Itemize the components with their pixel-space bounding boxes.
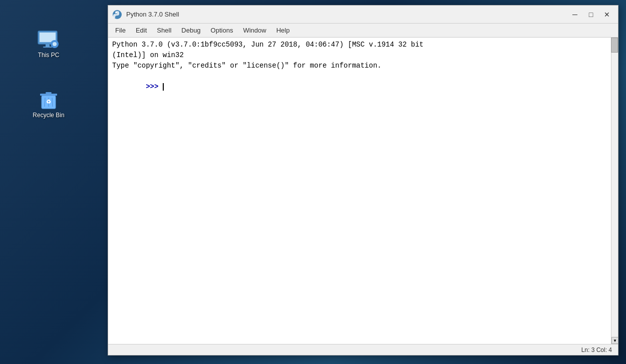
desktop-icon-this-pc[interactable]: This PC xyxy=(29,28,69,61)
scrollbar-arrow-down[interactable]: ▼ xyxy=(611,337,618,344)
this-pc-icon xyxy=(37,30,61,50)
this-pc-label: This PC xyxy=(38,52,60,59)
menu-window[interactable]: Window xyxy=(238,25,271,36)
menu-debug[interactable]: Debug xyxy=(176,25,205,36)
scrollbar-thumb[interactable] xyxy=(611,38,618,53)
menu-file[interactable]: File xyxy=(110,25,131,36)
scrollbar[interactable]: ▲ ▼ xyxy=(611,38,618,344)
recycle-bin-label: Recycle Bin xyxy=(33,112,64,119)
python-shell-window: Python 3.7.0 Shell ─ □ ✕ File Edit Shell… xyxy=(108,5,618,355)
shell-line-3: Type "copyright", "credits" or "license(… xyxy=(112,61,609,71)
svg-rect-3 xyxy=(43,47,52,48)
svg-line-14 xyxy=(45,98,45,107)
desktop-icon-recycle-bin[interactable]: ♻ Recycle Bin xyxy=(29,88,69,121)
svg-rect-6 xyxy=(54,40,55,42)
svg-text:♻: ♻ xyxy=(46,99,51,105)
status-text: Ln: 3 Col: 4 xyxy=(581,346,612,353)
svg-rect-2 xyxy=(46,44,50,47)
svg-rect-8 xyxy=(51,44,53,45)
svg-rect-7 xyxy=(54,46,55,48)
svg-rect-12 xyxy=(40,94,57,96)
title-bar: Python 3.7.0 Shell ─ □ ✕ xyxy=(108,6,618,24)
title-bar-controls: ─ □ ✕ xyxy=(568,9,614,21)
svg-point-5 xyxy=(53,42,57,46)
window-title: Python 3.7.0 Shell xyxy=(126,11,179,18)
menu-options[interactable]: Options xyxy=(206,25,238,36)
shell-line-2: (Intel)] on win32 xyxy=(112,50,609,61)
status-bar: Ln: 3 Col: 4 xyxy=(108,344,618,355)
maximize-button[interactable]: □ xyxy=(584,9,598,21)
menu-bar: File Edit Shell Debug Options Window Hel… xyxy=(108,24,618,38)
menu-edit[interactable]: Edit xyxy=(131,25,152,36)
menu-shell[interactable]: Shell xyxy=(152,25,176,36)
svg-line-16 xyxy=(52,98,53,107)
recycle-bin-icon: ♻ xyxy=(37,90,61,110)
menu-help[interactable]: Help xyxy=(271,25,295,36)
shell-content[interactable]: Python 3.7.0 (v3.7.0:1bf9cc5093, Jun 27 … xyxy=(108,38,618,344)
svg-rect-13 xyxy=(46,92,52,94)
shell-prompt-line[interactable]: >>> xyxy=(112,71,609,103)
shell-cursor xyxy=(163,83,164,91)
shell-line-1: Python 3.7.0 (v3.7.0:1bf9cc5093, Jun 27 … xyxy=(112,40,609,50)
svg-rect-9 xyxy=(57,44,59,45)
svg-point-19 xyxy=(116,12,117,13)
python-icon xyxy=(112,10,122,20)
close-button[interactable]: ✕ xyxy=(600,9,614,21)
title-bar-left: Python 3.7.0 Shell xyxy=(112,10,179,20)
shell-prompt: >>> xyxy=(146,83,163,91)
minimize-button[interactable]: ─ xyxy=(568,9,582,21)
